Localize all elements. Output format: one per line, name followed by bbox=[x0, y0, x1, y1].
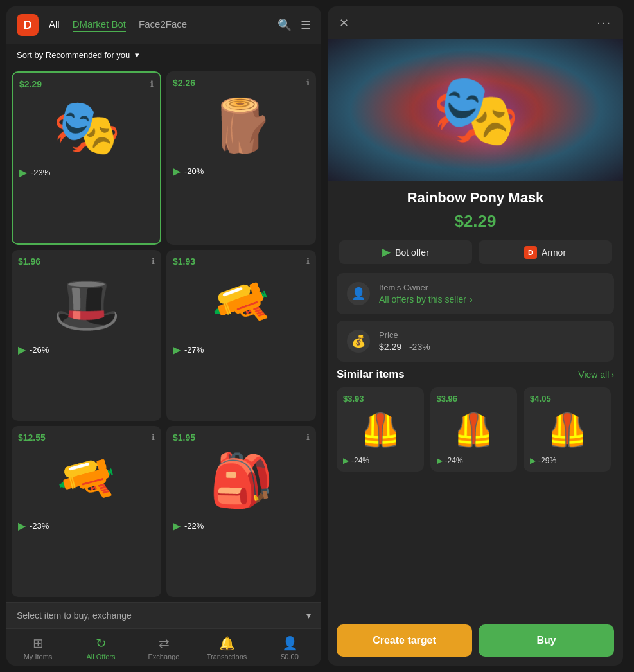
tab-dmarket-bot[interactable]: DMarket Bot bbox=[73, 19, 126, 32]
item-image-2: 🪵 bbox=[173, 91, 310, 161]
item-info-icon-3[interactable]: ℹ bbox=[152, 256, 155, 266]
hero-mask-image: 🎭 bbox=[432, 69, 520, 152]
item-info-icon-2[interactable]: ℹ bbox=[306, 78, 310, 87]
similar-discount-1: ▶ -24% bbox=[343, 456, 418, 465]
similar-arrow-1: ▶ bbox=[343, 456, 349, 465]
more-options-button[interactable]: ··· bbox=[597, 15, 612, 30]
owner-offers-link[interactable]: All offers by this seller › bbox=[379, 294, 604, 305]
filter-icon[interactable]: ☰ bbox=[301, 18, 311, 32]
owner-icon: 👤 bbox=[347, 282, 370, 305]
nav-exchange[interactable]: ⇄ Exchange bbox=[132, 629, 195, 666]
items-grid: $2.29 ℹ 🎭 ▶ -23% $2.26 ℹ 🪵 ▶ -20% $1.9 bbox=[6, 66, 321, 602]
similar-img-1: 🦺 bbox=[343, 407, 418, 452]
item-card-5[interactable]: $12.55 ℹ 🔫 ▶ -23% bbox=[12, 426, 161, 597]
item-price-6: $1.95 bbox=[173, 432, 310, 443]
wallet-icon: 👤 bbox=[282, 635, 298, 651]
tags-row: ▶ Bot offer D Armor bbox=[328, 240, 623, 273]
armor-icon: D bbox=[524, 246, 537, 259]
exchange-icon: ⇄ bbox=[159, 635, 170, 651]
similar-discount-2: ▶ -24% bbox=[437, 456, 511, 465]
item-discount-2: ▶ -20% bbox=[173, 165, 310, 177]
item-price-4: $1.93 bbox=[173, 256, 310, 267]
similar-price-2: $3.96 bbox=[437, 394, 511, 403]
view-all-link[interactable]: View all › bbox=[578, 369, 614, 380]
item-card-3[interactable]: $1.96 ℹ 🎩 ▶ -26% bbox=[12, 250, 161, 421]
item-price-1: $2.29 bbox=[19, 79, 154, 89]
item-image-3: 🎩 bbox=[18, 269, 155, 340]
select-bar[interactable]: Select item to buy, exchange ▾ bbox=[6, 602, 321, 628]
select-bar-chevron[interactable]: ▾ bbox=[306, 610, 311, 621]
nav-tabs: All DMarket Bot Face2Face bbox=[49, 19, 267, 32]
close-button[interactable]: ✕ bbox=[339, 16, 349, 30]
my-items-label: My Items bbox=[24, 653, 53, 660]
item-info-icon-6[interactable]: ℹ bbox=[306, 432, 310, 442]
item-discount-1: ▶ -23% bbox=[19, 166, 154, 179]
exchange-label: Exchange bbox=[148, 653, 180, 660]
similar-item-1[interactable]: $3.93 🦺 ▶ -24% bbox=[337, 387, 424, 472]
item-discount-4: ▶ -27% bbox=[173, 344, 310, 356]
view-all-chevron: › bbox=[611, 369, 614, 380]
price-discount: -23% bbox=[409, 342, 430, 352]
discount-arrow-5: ▶ bbox=[18, 520, 26, 532]
price-icon: 💰 bbox=[347, 330, 370, 353]
tag-bot-offer: ▶ Bot offer bbox=[339, 240, 472, 264]
sort-value[interactable]: Recommended for you bbox=[46, 50, 130, 60]
price-content: Price $2.29 -23% bbox=[379, 330, 604, 352]
similar-header: Similar items View all › bbox=[337, 368, 614, 381]
item-price-2: $2.26 bbox=[173, 78, 310, 88]
armor-label: Armor bbox=[542, 247, 566, 258]
owner-label: Item's Owner bbox=[379, 283, 604, 292]
similar-arrow-2: ▶ bbox=[437, 456, 443, 465]
sort-chevron[interactable]: ▾ bbox=[135, 50, 139, 60]
owner-offers-text: All offers by this seller bbox=[379, 294, 466, 305]
create-target-button[interactable]: Create target bbox=[337, 624, 472, 657]
item-price-5: $12.55 bbox=[18, 432, 155, 443]
sort-bar: Sort by Recommended for you ▾ bbox=[6, 44, 321, 66]
similar-section: Similar items View all › $3.93 🦺 ▶ -24% … bbox=[328, 368, 623, 615]
item-info-icon-5[interactable]: ℹ bbox=[152, 432, 155, 442]
discount-arrow-4: ▶ bbox=[173, 344, 181, 356]
item-image-4: 🔫 bbox=[173, 269, 310, 340]
price-label: Price bbox=[379, 330, 604, 340]
nav-all-offers[interactable]: ↻ All Offers bbox=[69, 629, 132, 666]
item-info-icon-4[interactable]: ℹ bbox=[306, 256, 310, 266]
item-discount-6: ▶ -22% bbox=[173, 520, 310, 532]
search-icon[interactable]: 🔍 bbox=[277, 18, 292, 32]
item-discount-5: ▶ -23% bbox=[18, 520, 155, 532]
similar-item-2[interactable]: $3.96 🦺 ▶ -24% bbox=[430, 387, 518, 472]
bottom-nav: ⊞ My Items ↻ All Offers ⇄ Exchange 🔔 Tra… bbox=[6, 628, 321, 666]
discount-arrow-2: ▶ bbox=[173, 165, 181, 177]
bot-offer-icon: ▶ bbox=[382, 245, 391, 259]
item-image-1: 🎭 bbox=[19, 92, 154, 163]
item-card-2[interactable]: $2.26 ℹ 🪵 ▶ -20% bbox=[166, 71, 316, 245]
item-card-4[interactable]: $1.93 ℹ 🔫 ▶ -27% bbox=[166, 250, 316, 421]
logo: D bbox=[17, 14, 39, 36]
item-card-6[interactable]: $1.95 ℹ 🎒 ▶ -22% bbox=[166, 426, 316, 597]
owner-section: 👤 Item's Owner All offers by this seller… bbox=[337, 273, 614, 314]
select-bar-label: Select item to buy, exchange bbox=[17, 610, 132, 621]
price-value: $2.29 -23% bbox=[379, 342, 604, 352]
similar-img-3: 🦺 bbox=[530, 407, 604, 452]
discount-arrow-3: ▶ bbox=[18, 344, 26, 356]
similar-arrow-3: ▶ bbox=[530, 456, 536, 465]
view-all-text: View all bbox=[578, 369, 609, 380]
detail-item-price: $2.29 bbox=[328, 209, 623, 240]
item-info-icon-1[interactable]: ℹ bbox=[150, 79, 154, 89]
bottom-actions: Create target Buy bbox=[328, 615, 623, 666]
transactions-icon: 🔔 bbox=[219, 635, 235, 651]
nav-transactions[interactable]: 🔔 Transactions bbox=[195, 629, 258, 666]
nav-wallet[interactable]: 👤 $0.00 bbox=[258, 629, 321, 666]
item-price-3: $1.96 bbox=[18, 256, 155, 267]
item-hero: 🎭 bbox=[328, 39, 623, 181]
sort-prefix: Sort by bbox=[17, 50, 43, 60]
item-card-1[interactable]: $2.29 ℹ 🎭 ▶ -23% bbox=[12, 71, 161, 245]
similar-img-2: 🦺 bbox=[437, 407, 511, 452]
buy-button[interactable]: Buy bbox=[479, 624, 614, 657]
nav-my-items[interactable]: ⊞ My Items bbox=[6, 629, 69, 666]
tab-all[interactable]: All bbox=[49, 19, 60, 32]
similar-item-3[interactable]: $4.05 🦺 ▶ -29% bbox=[524, 387, 611, 472]
price-section: 💰 Price $2.29 -23% bbox=[337, 321, 614, 362]
similar-price-3: $4.05 bbox=[530, 394, 604, 403]
tab-face2face[interactable]: Face2Face bbox=[139, 19, 187, 32]
all-offers-label: All Offers bbox=[86, 653, 115, 660]
